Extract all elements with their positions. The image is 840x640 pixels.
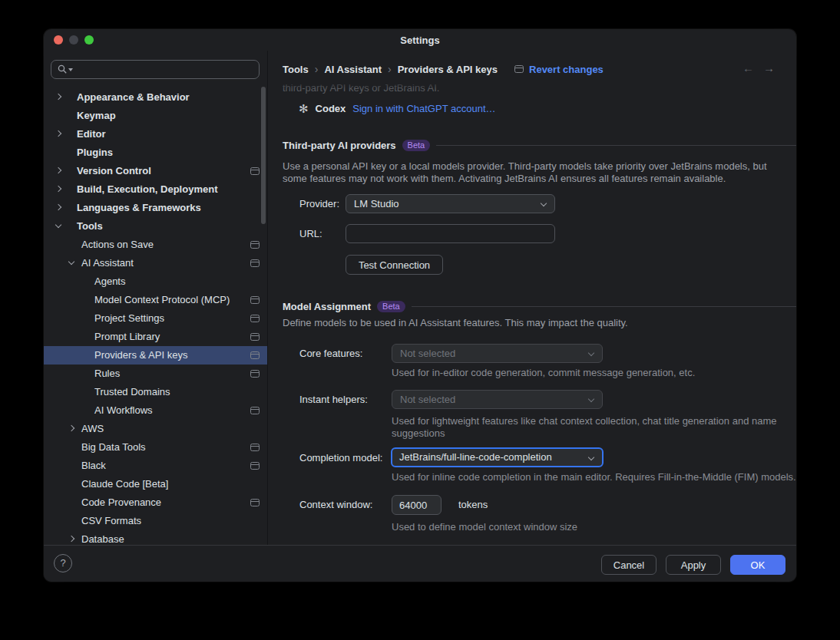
sidebar-tree-item[interactable]: Prompt Library (44, 328, 267, 346)
sidebar-tree-item[interactable]: Project Settings (44, 309, 267, 328)
instant-helpers-value: Not selected (400, 394, 455, 405)
tree-item-label: Database (81, 530, 124, 545)
core-features-value: Not selected (400, 348, 455, 359)
completion-model-hint: Used for inline code completion in the m… (392, 471, 796, 483)
sidebar-tree-item[interactable]: CSV Formats (44, 512, 267, 530)
modified-settings-icon (250, 370, 260, 378)
search-input[interactable] (73, 64, 259, 75)
sidebar-tree-item[interactable]: Big Data Tools (44, 438, 267, 457)
apply-button[interactable]: Apply (666, 555, 721, 575)
completion-model-label: Completion model: (299, 448, 382, 467)
sidebar-tree-item[interactable]: Rules (44, 365, 267, 383)
context-window-label: Context window: (299, 495, 372, 514)
tree-chevron-icon[interactable] (55, 222, 61, 228)
provider-label: Provider: (299, 194, 339, 213)
breadcrumb-ai-assistant[interactable]: AI Assistant (324, 64, 382, 75)
tree-item-label: Version Control (77, 162, 151, 180)
tree-item-label: Project Settings (94, 309, 164, 328)
sidebar-tree-item[interactable]: Trusted Domains (44, 383, 267, 401)
settings-tree: Appearance & Behavior Keymap Editor Plug… (44, 88, 267, 545)
provider-dropdown[interactable]: LM Studio (346, 194, 555, 213)
modified-settings-icon (250, 241, 260, 249)
back-arrow-icon[interactable]: ← (742, 61, 754, 74)
ok-button[interactable]: OK (730, 555, 785, 575)
url-label: URL: (299, 224, 322, 243)
breadcrumb-separator: › (388, 63, 392, 75)
search-field[interactable] (51, 60, 260, 79)
tree-item-label: Black (81, 457, 106, 475)
sidebar-tree-item[interactable]: Actions on Save (44, 236, 267, 254)
sidebar-tree-item[interactable]: Build, Execution, Deployment (44, 180, 267, 199)
sidebar-tree-item[interactable]: Tools (44, 217, 267, 236)
tree-item-label: AWS (81, 420, 104, 438)
tree-chevron-icon[interactable] (68, 259, 74, 265)
tree-chevron-icon[interactable] (55, 204, 61, 210)
tokens-unit-label: tokens (458, 495, 488, 515)
sidebar-tree-item[interactable]: Keymap (44, 107, 267, 125)
tree-item-label: Build, Execution, Deployment (77, 180, 217, 199)
revert-changes[interactable]: Revert changes (514, 64, 604, 75)
breadcrumb: Tools › AI Assistant › Providers & API k… (283, 63, 604, 75)
help-icon[interactable]: ? (54, 554, 72, 572)
sidebar-tree-item[interactable]: Appearance & Behavior (44, 88, 267, 107)
beta-badge: Beta (402, 140, 431, 151)
tree-item-label: Appearance & Behavior (77, 88, 190, 107)
chatgpt-signin-link[interactable]: Sign in with ChatGPT account… (352, 103, 495, 114)
test-connection-button[interactable]: Test Connection (346, 255, 443, 275)
core-features-dropdown[interactable]: Not selected (392, 344, 603, 363)
breadcrumb-current-page: Providers & API keys (398, 64, 498, 75)
tree-item-label: Claude Code [Beta] (81, 475, 168, 493)
section-title: Model Assignment (283, 301, 371, 312)
context-window-input[interactable] (392, 495, 441, 515)
tree-chevron-icon[interactable] (55, 167, 61, 173)
sidebar-tree-item[interactable]: Claude Code [Beta] (44, 475, 267, 493)
tree-item-label: Agents (94, 272, 125, 291)
title-bar[interactable]: Settings (44, 29, 796, 51)
sidebar-tree-item[interactable]: AI Assistant (44, 254, 267, 272)
instant-helpers-dropdown[interactable]: Not selected (392, 390, 603, 409)
sidebar-tree-item[interactable]: Black (44, 457, 267, 475)
tree-item-label: Languages & Frameworks (77, 199, 201, 217)
sidebar-tree-item[interactable]: Plugins (44, 144, 267, 162)
settings-dialog: Settings Appearance & Behavior Keymap Ed… (44, 29, 796, 582)
sidebar-tree-item[interactable]: Database (44, 530, 267, 545)
tree-item-label: Tools (77, 217, 103, 236)
tree-chevron-icon[interactable] (55, 186, 61, 192)
provider-dropdown-value: LM Studio (354, 198, 399, 209)
tree-item-label: CSV Formats (81, 512, 141, 530)
tree-chevron-icon[interactable] (68, 536, 74, 542)
chevron-down-icon (588, 454, 594, 460)
forward-arrow-icon[interactable]: → (763, 61, 775, 74)
tree-item-label: Rules (94, 365, 120, 383)
sidebar-tree-item[interactable]: Code Provenance (44, 493, 267, 512)
history-navigation: ← → (742, 61, 775, 74)
modified-settings-icon (250, 462, 260, 470)
tree-chevron-icon[interactable] (55, 94, 61, 100)
breadcrumb-separator: › (315, 63, 319, 75)
modified-settings-icon (250, 351, 260, 359)
providers-section-header: Third-party AI providers Beta (283, 140, 796, 151)
tree-chevron-icon[interactable] (55, 130, 61, 137)
breadcrumb-tools[interactable]: Tools (283, 64, 309, 75)
sidebar-tree-item[interactable]: Agents (44, 272, 267, 291)
instant-helpers-hint: Used for lightweight features like chat … (392, 415, 796, 440)
sidebar-tree-item[interactable]: AWS (44, 420, 267, 438)
sidebar-tree-item[interactable]: Model Context Protocol (MCP) (44, 291, 267, 309)
modified-settings-icon (514, 65, 524, 73)
content-header: Tools › AI Assistant › Providers & API k… (268, 51, 796, 80)
url-input[interactable] (346, 224, 555, 243)
revert-changes-link[interactable]: Revert changes (529, 64, 604, 75)
sidebar-tree-item[interactable]: Editor (44, 125, 267, 144)
settings-content: third-party API keys or JetBrains AI. To… (268, 51, 796, 545)
sidebar-tree-item[interactable]: Languages & Frameworks (44, 199, 267, 217)
completion-model-dropdown[interactable]: JetBrains/full-line-code-completion (391, 447, 604, 467)
tree-chevron-icon[interactable] (68, 425, 74, 431)
sidebar-scrollbar[interactable] (261, 87, 266, 224)
sidebar-tree-item[interactable]: Version Control (44, 162, 267, 180)
cancel-button[interactable]: Cancel (601, 555, 656, 575)
chevron-down-icon (541, 200, 547, 206)
sidebar-tree-item[interactable]: Providers & API keys (44, 346, 267, 365)
scrolled-description-text: third-party API keys or JetBrains AI. (283, 82, 439, 94)
sidebar-tree-item[interactable]: AI Workflows (44, 401, 267, 420)
openai-logo-icon: ✻ (299, 103, 309, 114)
